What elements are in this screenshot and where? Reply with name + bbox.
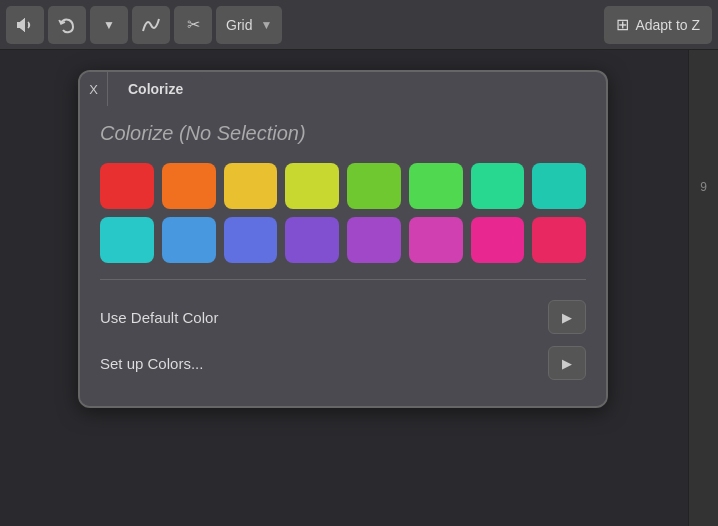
- use-default-arrow-button[interactable]: ▶: [548, 300, 586, 334]
- color-grid: [100, 163, 586, 263]
- color-swatch-row1-0[interactable]: [100, 163, 154, 209]
- color-swatch-row2-1[interactable]: [162, 217, 216, 263]
- use-default-label: Use Default Color: [100, 309, 218, 326]
- svg-marker-0: [17, 18, 25, 32]
- arrow-icon: ▶: [562, 310, 572, 325]
- color-swatch-row1-5[interactable]: [409, 163, 463, 209]
- divider: [100, 279, 586, 280]
- toolbar: ▼ ✂ Grid ▼ ⊞ Adapt to Z: [0, 0, 718, 50]
- set-up-colors-label: Set up Colors...: [100, 355, 203, 372]
- color-swatch-row2-0[interactable]: [100, 217, 154, 263]
- curve-button[interactable]: [132, 6, 170, 44]
- color-swatch-row2-7[interactable]: [532, 217, 586, 263]
- grid-label: Grid: [226, 17, 252, 33]
- color-swatch-row2-4[interactable]: [347, 217, 401, 263]
- undo-icon: [57, 15, 77, 35]
- grid-dropdown[interactable]: Grid ▼: [216, 6, 282, 44]
- panel-title: Colorize (No Selection): [100, 122, 586, 145]
- speaker-button[interactable]: [6, 6, 44, 44]
- dropdown-arrow-icon: ▼: [103, 18, 115, 32]
- color-swatch-row1-3[interactable]: [285, 163, 339, 209]
- close-icon: X: [89, 82, 98, 97]
- tab-label: Colorize: [128, 81, 183, 97]
- color-swatch-row1-2[interactable]: [224, 163, 278, 209]
- adapt-to-z-button[interactable]: ⊞ Adapt to Z: [604, 6, 712, 44]
- color-swatch-row2-6[interactable]: [471, 217, 525, 263]
- color-swatch-row1-1[interactable]: [162, 163, 216, 209]
- color-swatch-row1-6[interactable]: [471, 163, 525, 209]
- ruler-number: 9: [700, 180, 707, 194]
- color-swatch-row2-5[interactable]: [409, 217, 463, 263]
- adapt-label: Adapt to Z: [635, 17, 700, 33]
- speaker-icon: [15, 15, 35, 35]
- arrow-icon: ▶: [562, 356, 572, 371]
- panel-tab-area: X Colorize: [80, 72, 606, 106]
- color-swatch-row2-2[interactable]: [224, 217, 278, 263]
- color-swatch-row1-7[interactable]: [532, 163, 586, 209]
- set-up-colors-arrow-button[interactable]: ▶: [548, 346, 586, 380]
- color-swatch-row1-4[interactable]: [347, 163, 401, 209]
- scissors-button[interactable]: ✂: [174, 6, 212, 44]
- curve-icon: [141, 15, 161, 35]
- use-default-color-row: Use Default Color ▶: [100, 294, 586, 340]
- color-swatch-row2-3[interactable]: [285, 217, 339, 263]
- color-row-2: [100, 217, 586, 263]
- panel-body: Colorize (No Selection) Use Default Colo…: [80, 106, 606, 406]
- set-up-colors-row: Set up Colors... ▶: [100, 340, 586, 386]
- dropdown-arrow-button[interactable]: ▼: [90, 6, 128, 44]
- color-row-1: [100, 163, 586, 209]
- panel-close-button[interactable]: X: [80, 72, 108, 106]
- ruler: 9: [688, 50, 718, 526]
- main-area: X Colorize Colorize (No Selection) Use D…: [0, 50, 718, 526]
- hash-icon: ⊞: [616, 15, 629, 34]
- colorize-panel: X Colorize Colorize (No Selection) Use D…: [78, 70, 608, 408]
- undo-button[interactable]: [48, 6, 86, 44]
- colorize-tab[interactable]: Colorize: [108, 72, 203, 106]
- scissors-icon: ✂: [187, 15, 200, 34]
- dropdown-arrow-icon: ▼: [260, 18, 272, 32]
